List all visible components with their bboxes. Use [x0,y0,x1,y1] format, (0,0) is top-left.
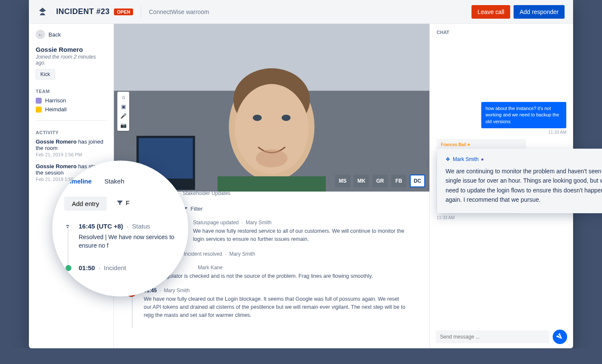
participant-tile-active[interactable]: DC [410,175,425,187]
music-icon[interactable]: ♫ [120,94,126,100]
svg-point-8 [253,115,261,121]
tab-stakeholder-partial[interactable]: Stakeh [105,178,125,185]
timeline-tabs: Stakeholder Updates [173,187,407,199]
timeline-item: 01:50 · Incident [79,264,176,271]
chat-message-sent: how about the instance? it's not working… [481,102,566,128]
timeline-item: 01:45 · Mary Smith We have now fully cle… [144,288,407,319]
timeline-item: 01:50 · Mark Kane The defragulator is ch… [144,265,407,280]
participant-tile[interactable]: MK [354,175,369,187]
back-button[interactable]: ← Back [36,30,107,39]
popup-author: Mark Smith [453,156,479,162]
participant-tile[interactable]: FB [391,175,406,187]
team-header: TEAM [36,89,107,94]
filter-button[interactable]: F [116,199,130,206]
chat-timestamp: 11:33 AM [437,215,566,220]
team-swatch [36,98,42,104]
screen-share-icon[interactable]: ▣ [120,104,126,110]
svg-point-10 [256,150,287,167]
status-badge: OPEN [114,8,133,15]
filter-icon [116,199,123,206]
send-icon [555,332,565,342]
status-dot-icon [468,144,470,146]
timeline-label: Incident [104,264,126,271]
header: INCIDENT #23 OPEN ConnectWise warroom Le… [29,0,573,24]
team-name: Harrison [45,97,66,104]
chat-input[interactable] [436,330,549,343]
timeline-meta: 01:45 · Mary Smith [144,288,407,293]
timeline-time: 01:50 [79,264,95,271]
room-name: ConnectWise warroom [149,8,209,15]
camera-off-icon[interactable]: 📷 [120,122,126,128]
joined-text: Joined the room 2 minutes ago. [36,54,107,66]
timeline-meta: 01:50 · Mark Kane [144,265,407,271]
chat-input-row [430,325,573,348]
slack-icon: ❖ [446,156,450,162]
chat-timestamp: 11:33 AM [437,130,566,135]
timeline-time: 16:45 (UTC +8) [79,223,123,230]
timeline-body: Resolved | We have now services to ensur… [79,233,176,250]
leave-call-button[interactable]: Leave call [471,5,510,19]
participant-tile[interactable]: GR [372,175,388,187]
status-dot-icon [481,158,483,161]
divider [141,6,141,18]
team-name: Heimdall [45,106,67,113]
wifi-icon [64,222,70,228]
incident-title: INCIDENT #23 [56,7,110,16]
team-swatch [36,107,42,113]
tab-stakeholder[interactable]: Stakeholder Updates [183,187,230,199]
svg-point-9 [281,115,290,121]
video-feed [114,24,429,192]
back-icon: ← [36,30,45,39]
logo-icon [37,7,48,17]
add-entry-button[interactable]: Add entry [64,197,107,211]
activity-text: Gossie Romero has joined the room [36,138,107,151]
kick-button[interactable]: Kick [36,69,55,79]
popup-message: We are continuing to monitor the problem… [446,166,602,205]
zoom-lens: Timeline Stakeh Add entry F 16:45 (UTC +… [52,161,188,296]
activity-header: ACTIVITY [36,130,107,135]
mic-mute-icon[interactable]: 🎤 [120,113,126,119]
video-area: ♫ ▣ 🎤 📷 MS MK GR FB DC [114,24,429,192]
chat-author: Frances Bail [441,142,466,147]
team-item[interactable]: Harrison [36,97,107,104]
video-controls: ♫ ▣ 🎤 📷 [117,92,129,131]
bullet-icon [65,265,71,271]
timeline-body: We have now fully restored service to al… [193,227,407,243]
timeline-body: The defragulator is checked and is not t… [144,272,407,280]
timeline-body: We have now fully cleared out the Login … [144,295,407,319]
timeline-label: Status [132,223,150,230]
participant-tile[interactable]: MS [335,175,350,187]
chat-popup: ❖ Mark Smith We are continuing to monito… [437,149,602,213]
add-responder-button[interactable]: Add responder [514,5,565,19]
timeline-item: 16:45 (UTC +8) · Status Resolved | We ha… [79,223,176,250]
send-button[interactable] [553,330,567,344]
divider [36,120,107,121]
activity-item: Gossie Romero has joined the room Feb 21… [36,138,107,157]
person-name: Gossie Romero [36,46,107,53]
timeline-meta: Incident resolved · Mary Smith [184,251,407,257]
team-item[interactable]: Heimdall [36,106,107,113]
participant-strip: MS MK GR FB DC [335,175,425,187]
chat-header: CHAT [430,24,573,39]
back-label: Back [48,31,61,38]
activity-time: Feb 21, 2019 1:56 PM [36,152,107,157]
